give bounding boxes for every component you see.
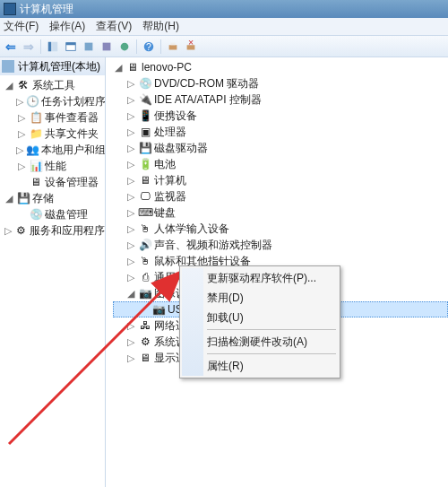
back-button[interactable]: ⇐ — [3, 39, 19, 55]
svg-rect-10 — [170, 42, 175, 45]
computer-mgmt-icon — [2, 60, 14, 73]
mouse-icon: 🖱 — [139, 255, 151, 267]
svg-text:?: ? — [146, 40, 151, 51]
services-icon: ⚙ — [16, 224, 27, 237]
computer-icon: 🖥 — [126, 61, 139, 74]
disk-icon: 💿 — [30, 208, 42, 221]
tool-btn-1[interactable] — [81, 39, 97, 55]
node-sound[interactable]: ▷🔊声音、视频和游戏控制器 — [113, 237, 448, 253]
ctx-scan-hardware[interactable]: 扫描检测硬件改动(A) — [182, 332, 338, 352]
node-ide[interactable]: ▷🔌IDE ATA/ATAPI 控制器 — [113, 91, 448, 108]
svg-rect-4 — [85, 42, 93, 50]
node-event-viewer[interactable]: ▷📋事件查看器 — [4, 109, 105, 126]
show-tree-button[interactable] — [45, 39, 61, 55]
node-computer[interactable]: ▷🖥计算机 — [113, 172, 448, 188]
event-icon: 📋 — [30, 111, 42, 124]
forward-button[interactable]: ⇒ — [21, 39, 37, 55]
left-pane: 计算机管理(本地) ◢🛠系统工具 ▷🕒任务计划程序 ▷📋事件查看器 ▷📁共享文件… — [0, 57, 106, 487]
webcam-icon: 📷 — [152, 303, 165, 316]
node-keyboards[interactable]: ▷⌨键盘 — [113, 204, 448, 221]
svg-rect-9 — [169, 45, 177, 49]
network-icon: 🖧 — [139, 319, 151, 332]
node-storage[interactable]: ◢💾存储 — [4, 190, 105, 206]
menubar: 文件(F) 操作(A) 查看(V) 帮助(H) — [0, 18, 448, 36]
node-portable[interactable]: ▷📱便携设备 — [113, 108, 448, 124]
tool-btn-2[interactable] — [99, 39, 115, 55]
node-monitors[interactable]: ▷🖵监视器 — [113, 188, 448, 204]
tool-btn-3[interactable] — [116, 39, 133, 55]
sound-icon: 🔊 — [139, 239, 151, 251]
app-icon — [4, 3, 16, 15]
cpu-icon: ▣ — [139, 126, 151, 138]
svg-rect-1 — [52, 41, 57, 51]
node-local-users[interactable]: ▷👥本地用户和组 — [4, 142, 105, 158]
ctx-properties[interactable]: 属性(R) — [182, 356, 338, 376]
node-batteries[interactable]: ▷🔋电池 — [113, 156, 448, 172]
users-icon: 👥 — [26, 143, 39, 156]
hdd-icon: 💾 — [139, 142, 151, 154]
pc-icon: 🖥 — [139, 174, 151, 187]
node-task-scheduler[interactable]: ▷🕒任务计划程序 — [4, 93, 105, 109]
hid-icon: 🖱 — [139, 222, 151, 235]
left-tree: ◢🛠系统工具 ▷🕒任务计划程序 ▷📋事件查看器 ▷📁共享文件夹 ▷👥本地用户和组… — [0, 75, 105, 240]
camera-icon: 📷 — [139, 287, 151, 300]
ide-icon: 🔌 — [139, 93, 151, 106]
menu-view[interactable]: 查看(V) — [96, 19, 132, 34]
svg-rect-0 — [48, 41, 52, 51]
node-disk-drives[interactable]: ▷💾磁盘驱动器 — [113, 140, 448, 156]
node-root-pc[interactable]: ◢🖥lenovo-PC — [113, 59, 448, 75]
keyboard-icon: ⌨ — [139, 206, 151, 219]
toolbar: ⇐ ⇒ ? × — [0, 36, 448, 57]
menu-action[interactable]: 操作(A) — [49, 19, 85, 34]
node-disk-mgmt[interactable]: 💿磁盘管理 — [4, 206, 105, 222]
ctx-uninstall[interactable]: 卸载(U) — [182, 308, 338, 327]
node-system-tools[interactable]: ◢🛠系统工具 — [4, 77, 105, 93]
window-title: 计算机管理 — [20, 2, 73, 17]
ctx-update-driver[interactable]: 更新驱动程序软件(P)... — [182, 268, 338, 288]
node-services-apps[interactable]: ▷⚙服务和应用程序 — [4, 222, 105, 239]
scan-button[interactable] — [165, 39, 181, 55]
node-performance[interactable]: ▷📊性能 — [4, 158, 105, 174]
context-menu-separator — [207, 329, 336, 330]
left-pane-header[interactable]: 计算机管理(本地) — [0, 57, 105, 75]
svg-rect-3 — [66, 42, 76, 45]
portable-icon: 📱 — [139, 109, 151, 122]
svg-point-6 — [121, 42, 129, 50]
context-menu: 更新驱动程序软件(P)... 禁用(D) 卸载(U) 扫描检测硬件改动(A) 属… — [179, 265, 340, 378]
uninstall-button[interactable]: × — [183, 39, 199, 55]
perf-icon: 📊 — [30, 160, 42, 172]
wrench-icon: 🛠 — [17, 79, 30, 91]
toolbar-separator — [136, 39, 137, 54]
node-hid[interactable]: ▷🖱人体学输入设备 — [113, 221, 448, 237]
gpu-icon: 🖥 — [139, 352, 151, 364]
svg-rect-5 — [103, 42, 111, 50]
monitor-icon: 🖵 — [139, 190, 151, 203]
left-header-label: 计算机管理(本地) — [18, 59, 100, 74]
svg-text:×: × — [188, 40, 194, 48]
node-dvd[interactable]: ▷💿DVD/CD-ROM 驱动器 — [113, 75, 448, 91]
storage-icon: 💾 — [17, 192, 30, 204]
toolbar-separator — [40, 39, 41, 54]
folder-icon: 📁 — [30, 127, 42, 140]
battery-icon: 🔋 — [139, 158, 151, 170]
system-icon: ⚙ — [139, 335, 151, 348]
ctx-disable[interactable]: 禁用(D) — [182, 288, 338, 308]
window-titlebar: 计算机管理 — [0, 0, 448, 18]
properties-button[interactable] — [63, 39, 79, 55]
menu-file[interactable]: 文件(F) — [4, 19, 39, 34]
dvd-icon: 💿 — [139, 77, 151, 90]
usb-icon: ⎙ — [139, 271, 151, 283]
help-button[interactable]: ? — [141, 39, 157, 55]
clock-icon: 🕒 — [26, 95, 39, 108]
device-mgr-icon: 🖥 — [30, 176, 42, 188]
menu-help[interactable]: 帮助(H) — [142, 19, 179, 34]
node-processors[interactable]: ▷▣处理器 — [113, 124, 448, 140]
toolbar-separator — [160, 39, 161, 54]
context-menu-gutter — [182, 268, 203, 376]
context-menu-separator — [207, 353, 336, 354]
node-shared-folders[interactable]: ▷📁共享文件夹 — [4, 126, 105, 142]
node-device-manager[interactable]: 🖥设备管理器 — [4, 174, 105, 190]
